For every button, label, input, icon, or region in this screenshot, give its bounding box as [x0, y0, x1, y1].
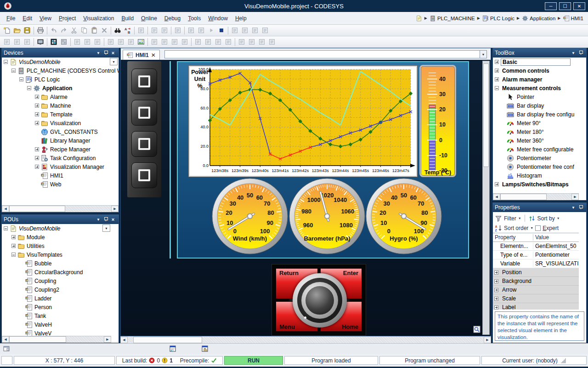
image-icon[interactable]: [136, 37, 146, 47]
properties-column-headers[interactable]: Property Value: [493, 233, 579, 242]
stop-icon[interactable]: [216, 26, 226, 35]
filter-button[interactable]: Filter: [504, 215, 516, 222]
collapse-icon[interactable]: [11, 253, 16, 257]
space-v2-icon[interactable]: [180, 37, 190, 47]
size-x-icon[interactable]: [223, 37, 233, 47]
breadcrumb-item[interactable]: [416, 15, 422, 22]
devices-hscrollbar[interactable]: ◀ ▶: [2, 205, 119, 212]
grid-icon[interactable]: [149, 26, 159, 35]
align-center-icon[interactable]: [82, 37, 92, 47]
visu-hand-icon[interactable]: [201, 345, 209, 352]
tree-item-module[interactable]: Module: [2, 233, 111, 242]
property-row-background[interactable]: Background: [493, 277, 579, 286]
property-row-position[interactable]: Position: [493, 268, 579, 277]
toolbox-item-potentiometer-free-conf[interactable]: Potentiometer free conf: [493, 162, 579, 171]
expand-icon[interactable]: [35, 121, 39, 125]
toolbox-item-meter-90-[interactable]: Meter 90°: [493, 119, 579, 127]
expand-icon[interactable]: [494, 297, 498, 301]
expand-icon[interactable]: [495, 77, 499, 81]
tree-item-visudemomobile[interactable]: VisuDemoMobile▼: [2, 58, 119, 66]
print-icon[interactable]: [35, 26, 45, 35]
breadcrumb-item[interactable]: HMI1: [563, 15, 583, 22]
sort-order-button[interactable]: Sort order: [504, 225, 528, 231]
devices-pin-icon[interactable]: [102, 50, 109, 56]
value-column-header[interactable]: Value: [533, 234, 579, 241]
tab-close-icon[interactable]: ✕: [151, 52, 156, 58]
breadcrumb-item[interactable]: Application: [522, 15, 555, 22]
phone-side-button-2[interactable]: [131, 100, 157, 126]
tree-item-bubble[interactable]: Bubble: [2, 259, 111, 268]
properties-dropdown-icon[interactable]: ▼: [570, 204, 577, 211]
zoom-widget-icon[interactable]: [473, 326, 481, 333]
property-row-elementn[interactable]: Elementn...GenElemInst_50: [493, 242, 579, 251]
calendar-icon[interactable]: [173, 26, 183, 35]
resize-grip[interactable]: [560, 358, 566, 363]
undo-icon[interactable]: [49, 26, 59, 35]
tree-item-circularbackground[interactable]: CircularBackground: [2, 268, 111, 276]
tree-item-gvl-constants[interactable]: GVL_CONSTANTS: [2, 127, 119, 136]
property-value[interactable]: GenElemInst_50: [533, 243, 579, 249]
group-icon[interactable]: [237, 37, 247, 47]
tree-item-visutemplates[interactable]: VisuTemplates: [2, 250, 111, 259]
login-icon[interactable]: [186, 26, 196, 35]
tab-hmi1[interactable]: HMI1 ✕: [123, 50, 160, 60]
toolbox-item-bar-display[interactable]: Bar display: [493, 101, 579, 110]
expand-icon[interactable]: [11, 235, 16, 239]
export-icon[interactable]: [159, 26, 170, 35]
menu-item-tools[interactable]: Tools: [184, 14, 204, 23]
expand-icon[interactable]: [494, 288, 498, 292]
knob-sphere[interactable]: [305, 286, 334, 315]
tree-item-visualization-manager[interactable]: Visualization Manager: [2, 162, 119, 171]
table-icon[interactable]: [22, 37, 32, 47]
tree-dropdown-icon[interactable]: ▼: [110, 58, 118, 65]
toolbox-pin-icon[interactable]: [577, 50, 584, 56]
screen-icon[interactable]: [35, 37, 45, 47]
tree-item-person[interactable]: Person: [2, 303, 111, 311]
align-top-icon[interactable]: [106, 37, 116, 47]
expand-icon[interactable]: [494, 279, 498, 283]
tree-item-template[interactable]: Template: [2, 110, 119, 119]
toolbox-item-histogram[interactable]: Histogram: [493, 171, 579, 180]
hygro-gauge[interactable]: 0102030405060708090100Hygro (%): [365, 178, 443, 256]
toolbox-group-alarm-manager[interactable]: Alarm manager: [493, 75, 579, 84]
tree-item-tank[interactable]: Tank: [2, 311, 111, 320]
canvas-vscrollbar[interactable]: [482, 61, 490, 335]
menu-item-file[interactable]: File: [3, 14, 19, 23]
open-icon[interactable]: [12, 26, 22, 35]
toolbox-group-common-controls[interactable]: Common controls: [493, 66, 579, 75]
sort-by-button[interactable]: Sort by: [537, 215, 555, 222]
visu-dialog-icon[interactable]: [169, 345, 176, 352]
tree-item-ladder[interactable]: Ladder: [2, 294, 111, 303]
expand-icon[interactable]: [494, 305, 498, 310]
expand-icon[interactable]: [35, 156, 39, 160]
phone-side-button-1[interactable]: [131, 69, 157, 94]
phone-side-button-3[interactable]: [131, 131, 157, 157]
size-both-icon[interactable]: [213, 37, 223, 47]
replace-icon[interactable]: AB: [123, 26, 133, 35]
tree-item-alarme[interactable]: Alarme: [2, 92, 119, 101]
expand-icon[interactable]: [35, 147, 39, 151]
align-middle-icon[interactable]: [116, 37, 126, 47]
expand-icon[interactable]: [11, 244, 16, 248]
menu-item-view[interactable]: View: [36, 14, 55, 23]
tree-item-application[interactable]: Application: [2, 84, 119, 92]
tree-item-coupling[interactable]: Coupling: [2, 276, 111, 285]
tree-item-task-configuration[interactable]: Task Configuration: [2, 154, 119, 162]
devices-close-icon[interactable]: ×: [109, 50, 117, 56]
space-h-icon[interactable]: [149, 37, 159, 47]
barometer-gauge[interactable]: 96098010001020104010601080Barometer (hPa…: [288, 178, 366, 256]
align-bottom-icon[interactable]: [126, 37, 136, 47]
paste-icon[interactable]: [89, 26, 99, 35]
property-row-arrow[interactable]: Arrow: [493, 286, 579, 294]
property-row-scale[interactable]: Scale: [493, 294, 579, 303]
find-icon[interactable]: [113, 26, 123, 35]
toolbox-item-meter-360-[interactable]: Meter 360°: [493, 136, 579, 145]
toolbox-item-bar-display-free-configu[interactable]: Bar display free configu: [493, 110, 579, 119]
expand-icon[interactable]: [35, 95, 39, 99]
zoom-icon[interactable]: [12, 37, 22, 47]
menu-item-visualization[interactable]: Visualization: [79, 14, 118, 23]
collapse-icon[interactable]: [19, 77, 23, 81]
tree-item-coupling2[interactable]: Coupling2: [2, 285, 111, 294]
tree-dropdown-icon[interactable]: ▼: [102, 224, 110, 232]
expand-icon[interactable]: [35, 112, 39, 116]
